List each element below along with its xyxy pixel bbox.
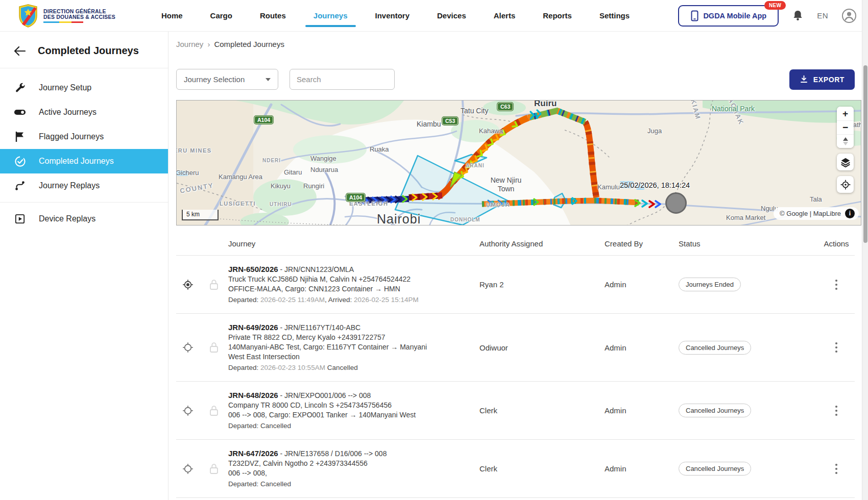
journey-time-label: , — [325, 296, 328, 304]
nav-item-devices[interactable]: Devices — [436, 1, 467, 30]
journey-ref: - JRN/CNN1223/OMLA — [278, 265, 354, 273]
journey-map[interactable]: ERU MINESGicheruKamangu AreaNDERIWangige… — [176, 100, 861, 226]
position-marker[interactable] — [665, 192, 687, 214]
focus-location-icon-active[interactable] — [176, 279, 200, 291]
info-icon[interactable]: i — [845, 209, 855, 218]
table-row: JRN-647/2026 - JRN/E137658 / D16/006 -->… — [176, 440, 855, 497]
breadcrumb-parent[interactable]: Journey — [176, 40, 203, 48]
table-header: JourneyAuthority AssignedCreated ByStatu… — [176, 232, 855, 255]
status-badge: Cancelled Journeys — [679, 462, 751, 476]
nav-item-cargo[interactable]: Cargo — [209, 1, 233, 30]
journey-cell: JRN-650/2026 - JRN/CNN1223/OMLATruck Tru… — [228, 264, 479, 305]
divider — [0, 202, 168, 203]
journey-time-label: Departed: — [228, 364, 260, 371]
journey-times: Departed: Cancelled — [228, 421, 444, 431]
table-row: JRN-649/2026 - JRN/E1167YT/140-ABCPrivat… — [176, 314, 855, 381]
sidebar-item-label: Journey Replays — [39, 181, 100, 190]
focus-location-icon[interactable] — [176, 463, 200, 475]
road-shield-a104: A104 — [254, 116, 273, 124]
nav-item-home[interactable]: Home — [160, 1, 184, 30]
main-content: Journey › Completed Journeys Journey Sel… — [169, 32, 862, 500]
check-circle-icon — [13, 156, 27, 167]
created-by-cell: Admin — [605, 464, 679, 473]
authority-assigned-cell: Odiwuor — [479, 343, 605, 352]
sidebar-item-journey-replays[interactable]: Journey Replays — [0, 173, 168, 198]
column-header-journey: Journey — [228, 239, 479, 248]
column-header-created-by: Created By — [605, 239, 679, 248]
notifications-bell-icon[interactable] — [792, 9, 804, 22]
journey-selection-dropdown[interactable]: Journey Selection — [176, 69, 278, 90]
journey-id: JRN-649/2026 — [228, 323, 278, 332]
sidebar-item-flagged-journeys[interactable]: Flagged Journeys — [0, 124, 168, 149]
journey-time-value: 2026-02-23 10:55AM — [260, 364, 325, 371]
journey-time-label: Departed: — [228, 296, 260, 304]
journey-route-cargo: OFFICE-MALAA, Cargo: CNN1223 Container →… — [228, 284, 444, 294]
language-selector[interactable]: EN — [817, 11, 828, 20]
journey-times: Departed: 2026-02-23 10:55AM Cancelled — [228, 363, 444, 372]
sidebar-item-completed-journeys[interactable]: Completed Journeys — [0, 149, 168, 173]
lock-icon[interactable] — [200, 279, 228, 291]
flag-icon — [13, 131, 27, 142]
scrollbar-thumb[interactable] — [863, 65, 867, 243]
compass-tilt-button[interactable] — [837, 134, 854, 148]
nav-item-routes[interactable]: Routes — [259, 1, 287, 30]
map-zoom-controls: + − — [837, 107, 854, 148]
journey-id: JRN-647/2026 — [228, 449, 278, 458]
focus-location-icon[interactable] — [176, 405, 200, 417]
lock-icon[interactable] — [200, 405, 228, 417]
map-scale-label: 5 km — [186, 211, 200, 218]
row-actions-kebab-icon[interactable] — [817, 279, 855, 290]
app-logo: DIRECTION GÉNÉRALE DES DOUANES & ACCISES — [17, 4, 115, 28]
journey-cell: JRN-647/2026 - JRN/E137658 / D16/006 -->… — [228, 448, 479, 489]
lock-icon[interactable] — [200, 341, 228, 354]
nav-item-settings[interactable]: Settings — [598, 1, 631, 30]
lock-icon[interactable] — [200, 463, 228, 475]
journey-ref: - JRN/E137658 / D16/006 --> 008 — [278, 449, 387, 458]
map-attribution-text: © Google | MapLibre — [780, 210, 841, 217]
status-badge: Cancelled Journeys — [679, 404, 751, 417]
chevron-down-icon — [266, 78, 271, 81]
created-by-cell: Admin — [605, 280, 679, 289]
zoom-in-button[interactable]: + — [837, 107, 854, 120]
journey-time-value: 2026-02-25 11:49AM — [260, 296, 325, 304]
zoom-out-button[interactable]: − — [837, 120, 854, 134]
page-scrollbar[interactable] — [862, 0, 868, 500]
journey-route-cargo: 140Manyani-ABC Test, Cargo: E1167YT Cont… — [228, 342, 444, 362]
dgda-mobile-app-button[interactable]: DGDA Mobile App NEW — [678, 5, 779, 27]
focus-location-icon[interactable] — [176, 341, 200, 354]
search-input[interactable] — [290, 69, 395, 90]
row-actions-kebab-icon[interactable] — [817, 463, 855, 474]
journey-route-cargo: 006 --> 008, Cargo: EXPO001 Tanker → 140… — [228, 410, 444, 420]
sidebar-item-active-journeys[interactable]: Active Journeys — [0, 100, 168, 124]
nav-item-inventory[interactable]: Inventory — [374, 1, 411, 30]
nav-item-journeys[interactable]: Journeys — [312, 1, 349, 30]
row-actions-kebab-icon[interactable] — [817, 405, 855, 416]
locate-target-icon — [840, 180, 851, 190]
back-arrow-icon[interactable] — [13, 46, 26, 56]
map-layers-button[interactable] — [837, 154, 854, 170]
journey-cell: JRN-648/2026 - JRN/EXPO001/006 --> 008Co… — [228, 390, 479, 431]
logo-line2: DES DOUANES & ACCISES — [43, 14, 115, 20]
table-row: JRN-650/2026 - JRN/CNN1223/OMLATruck Tru… — [176, 256, 855, 313]
sidebar-item-label: Completed Journeys — [39, 157, 114, 166]
journey-vehicle-driver: Company TR 8000 CD, Lincoln S +254734575… — [228, 401, 444, 410]
row-actions-kebab-icon[interactable] — [817, 342, 855, 353]
export-button[interactable]: EXPORT — [789, 69, 855, 90]
journey-times: Departed: Cancelled — [228, 479, 444, 489]
marker-timestamp: 25/02/2026, 18:14:24 — [620, 181, 690, 189]
sidebar-item-label: Device Replays — [39, 214, 95, 223]
map-canvas — [177, 101, 861, 226]
nav-item-alerts[interactable]: Alerts — [493, 1, 517, 30]
journeys-table: JourneyAuthority AssignedCreated ByStatu… — [176, 232, 855, 498]
authority-assigned-cell: Clerk — [479, 406, 605, 415]
nav-item-reports[interactable]: Reports — [542, 1, 573, 30]
status-badge: Journeys Ended — [679, 278, 741, 291]
dgda-crest-icon — [17, 4, 39, 28]
layers-icon — [840, 157, 851, 167]
journey-cell: JRN-649/2026 - JRN/E1167YT/140-ABCPrivat… — [228, 322, 479, 372]
sidebar-item-device-replays[interactable]: Device Replays — [0, 207, 168, 231]
user-avatar-icon[interactable] — [841, 8, 857, 23]
sidebar-item-journey-setup[interactable]: Journey Setup — [0, 76, 168, 100]
map-locate-button[interactable] — [837, 176, 854, 193]
sidebar-item-label: Journey Setup — [39, 83, 91, 92]
